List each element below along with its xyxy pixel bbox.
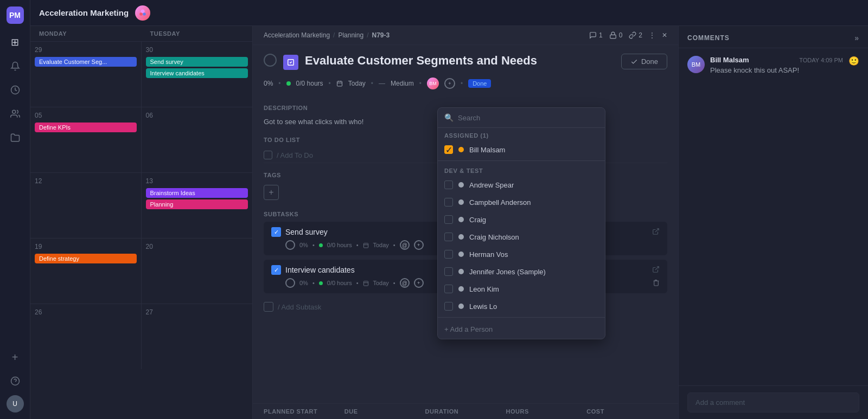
comment-input[interactable]	[687, 392, 859, 412]
user-dot	[458, 199, 464, 205]
add-person-btn[interactable]: + Add a Person	[438, 320, 605, 339]
subtask-status-dot	[319, 243, 323, 247]
svg-rect-16	[363, 281, 368, 285]
user-checkbox[interactable]	[444, 285, 453, 293]
calendar-header: MONDAY TUESDAY	[30, 26, 252, 41]
breadcrumb-project[interactable]: Acceleration Marketing	[264, 31, 330, 39]
user-checkbox[interactable]	[444, 233, 453, 241]
delete-icon[interactable]	[653, 279, 660, 286]
subtask-external-link[interactable]	[652, 266, 660, 275]
user-checkbox[interactable]	[444, 250, 453, 259]
more-options-btn[interactable]: ⋮	[649, 31, 655, 39]
dropdown-assigned-user[interactable]: ✓ Bill Malsam	[438, 141, 605, 158]
svg-rect-13	[363, 243, 368, 247]
sidebar-item-notifications[interactable]	[5, 56, 25, 76]
dropdown-user-item[interactable]: Andrew Spear	[438, 176, 605, 194]
app-logo[interactable]: PM	[7, 7, 24, 24]
dropdown-user-item[interactable]: Leon Kim	[438, 280, 605, 298]
task-pill[interactable]: Define strategy	[35, 254, 137, 263]
subtask-assignee-btn[interactable]: @	[400, 278, 410, 288]
subtask-checkbox[interactable]: ✓	[271, 265, 281, 275]
dropdown-user-item[interactable]: Craig	[438, 211, 605, 228]
meta-date: Today	[348, 80, 366, 87]
user-checkbox[interactable]	[444, 302, 453, 311]
dropdown-user-item[interactable]: Jennifer Jones (Sample)	[438, 263, 605, 280]
sidebar-item-home[interactable]: ⊞	[5, 33, 25, 52]
comment-count-btn[interactable]: 1	[589, 31, 603, 39]
task-header: Evaluate Customer Segments and Needs Don…	[253, 45, 678, 75]
svg-point-5	[143, 12, 146, 16]
day-cell-mon-29: 29 Evaluate Customer Seg...	[30, 42, 142, 107]
subtask-external-link[interactable]	[652, 228, 660, 237]
day-cell-mon-19: 19 Define strategy	[30, 238, 142, 304]
dropdown-user-item[interactable]: Campbell Anderson	[438, 194, 605, 211]
meta-priority: Medium	[391, 80, 414, 87]
todo-placeholder[interactable]: / Add To Do	[277, 151, 313, 159]
week-row: 29 Evaluate Customer Seg... 30 Send surv…	[30, 41, 252, 107]
sidebar-add-button[interactable]: +	[5, 347, 25, 367]
close-panel-btn[interactable]: ✕	[662, 31, 667, 39]
task-pill[interactable]: Send survey	[146, 57, 248, 67]
day-number: 26	[35, 308, 137, 316]
day-number: 13	[146, 177, 248, 185]
subtask-date: Today	[373, 280, 389, 286]
day-cell-tue-13: 13 Brainstorm Ideas Planning	[142, 173, 253, 238]
task-table-footer: PLANNED START DUE DURATION HOURS COST	[253, 403, 678, 419]
user-checkbox[interactable]: ✓	[444, 145, 453, 154]
task-pill[interactable]: Define KPIs	[35, 123, 137, 132]
status-badge[interactable]: Done	[468, 79, 491, 88]
sidebar-help-button[interactable]	[5, 371, 25, 391]
add-subtask-placeholder: / Add Subtask	[278, 303, 321, 311]
sidebar-item-folder[interactable]	[5, 128, 25, 147]
day-cell-mon-26: 26	[30, 304, 142, 369]
search-input[interactable]	[458, 114, 598, 122]
day-cell-tue-27: 27	[142, 304, 253, 369]
link-btn[interactable]: 2	[629, 31, 642, 39]
subtask-calendar-icon	[363, 280, 369, 286]
task-pill[interactable]: Interview candidates	[146, 68, 248, 78]
subtask-circle[interactable]	[285, 278, 295, 288]
subtask-circle[interactable]	[285, 240, 295, 250]
user-dot	[458, 304, 464, 309]
completion-circle[interactable]	[264, 54, 277, 67]
subtask-checkbox[interactable]: ✓	[271, 227, 281, 237]
dropdown-user-item[interactable]: Herman Vos	[438, 246, 605, 263]
task-pill[interactable]: Evaluate Customer Seg...	[35, 57, 137, 67]
assigned-section-label: ASSIGNED (1)	[438, 128, 605, 141]
emoji-button[interactable]: 🙂	[848, 56, 859, 66]
sidebar-item-clock[interactable]	[5, 80, 25, 100]
comment-time: TODAY 4:09 PM	[799, 57, 843, 63]
collapse-comments-btn[interactable]: »	[854, 34, 859, 42]
subtask-add-btn[interactable]: +	[414, 278, 424, 288]
meta-status-dot	[286, 81, 291, 86]
done-button[interactable]: Done	[621, 54, 667, 69]
comment-input-area	[679, 385, 868, 419]
footer-planned-start: PLANNED START	[264, 408, 344, 415]
breadcrumb-section[interactable]: Planning	[338, 31, 363, 39]
meta-percent: 0%	[264, 80, 273, 87]
subtask-percent: 0%	[299, 242, 308, 248]
subtask-add-btn[interactable]: +	[414, 240, 424, 250]
user-checkbox[interactable]	[444, 267, 453, 276]
svg-point-1	[12, 110, 15, 113]
breadcrumb-id: N79-3	[372, 31, 390, 39]
footer-duration: DURATION	[425, 408, 506, 415]
dropdown-user-item[interactable]: Lewis Lo	[438, 298, 605, 315]
user-checkbox[interactable]	[444, 181, 453, 189]
user-checkbox[interactable]	[444, 215, 453, 224]
add-assignee-btn[interactable]: +	[444, 78, 455, 89]
svg-rect-6	[610, 35, 616, 38]
subtask-assignee-btn[interactable]: @	[400, 240, 410, 250]
assignee-avatar[interactable]: BM	[427, 78, 439, 89]
task-pill[interactable]: Planning	[146, 199, 248, 209]
user-avatar[interactable]: U	[7, 395, 24, 412]
dropdown-user-item[interactable]: Craig Nicholson	[438, 228, 605, 246]
user-checkbox[interactable]	[444, 198, 453, 207]
comment-avatar: BM	[687, 56, 705, 73]
week-row: 26 27	[30, 304, 252, 369]
sidebar-item-users[interactable]	[5, 104, 25, 124]
comments-header: COMMENTS »	[679, 26, 868, 48]
task-pill[interactable]: Brainstorm Ideas	[146, 188, 248, 198]
lock-btn[interactable]: 0	[609, 31, 623, 39]
tag-add-button[interactable]: +	[264, 185, 279, 200]
